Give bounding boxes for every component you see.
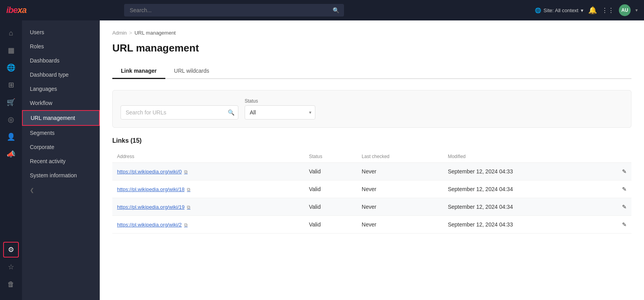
sidebar-item-segments[interactable]: Segments: [22, 126, 100, 140]
external-link-icon: ⧉: [184, 222, 188, 228]
sidebar-icon-globe[interactable]: 🌐: [3, 60, 19, 75]
edit-row-button[interactable]: ✎: [616, 216, 631, 234]
url-link[interactable]: https://pl.wikipedia.org/wiki/19 ⧉: [117, 204, 190, 210]
edit-row-button[interactable]: ✎: [616, 198, 631, 216]
sidebar-icon-settings[interactable]: ⚙: [3, 242, 19, 258]
table-row: https://pl.wikipedia.org/wiki/2 ⧉ Valid …: [112, 216, 631, 234]
sidebar-item-url-management[interactable]: URL management: [22, 110, 100, 126]
sidebar-icon-trash[interactable]: 🗑: [3, 276, 19, 292]
cell-address: https://pl.wikipedia.org/wiki/19 ⧉: [112, 198, 304, 216]
collapse-sidebar-button[interactable]: ❮: [22, 182, 100, 198]
links-table: Address Status Last checked Modified htt…: [112, 151, 631, 234]
sidebar-icon-shop[interactable]: 🛒: [3, 94, 19, 110]
topbar: ibexa 🔍 🌐 Site: All context ▾ 🔔 ⋮⋮ AU ▾: [0, 0, 644, 20]
sidebar-icon-star[interactable]: ☆: [3, 259, 19, 275]
tab-link-manager[interactable]: Link manager: [112, 64, 165, 79]
url-search-icon: 🔍: [228, 109, 234, 116]
search-input[interactable]: [124, 4, 344, 17]
page-title: URL management: [112, 42, 631, 54]
sidebar-icon-megaphone[interactable]: 📣: [3, 146, 19, 162]
sidebar-item-dashboard-type[interactable]: Dashboard type: [22, 68, 100, 82]
search-container: 🔍: [124, 4, 344, 17]
cell-modified: September 12, 2024 04:34: [443, 198, 616, 216]
breadcrumb: Admin > URL management: [112, 30, 631, 36]
cell-modified: September 12, 2024 04:34: [443, 180, 616, 198]
sidebar-icon-analytics[interactable]: ◎: [3, 112, 19, 127]
edit-row-button[interactable]: ✎: [616, 180, 631, 198]
filter-bar: 🔍 Status All Valid Invalid Pending ▾: [112, 90, 631, 128]
cell-address: https://pl.wikipedia.org/wiki/18 ⧉: [112, 180, 304, 198]
icon-sidebar: ⌂ ▦ 🌐 ⊞ 🛒 ◎ 👤 📣 ⚙ ☆ 🗑: [0, 20, 22, 300]
notification-bell-icon[interactable]: 🔔: [588, 6, 597, 15]
grid-apps-icon[interactable]: ⋮⋮: [602, 7, 614, 14]
content-area: Admin > URL management URL management Li…: [100, 20, 644, 300]
external-link-icon: ⧉: [187, 204, 190, 210]
nav-sidebar: Users Roles Dashboards Dashboard type La…: [22, 20, 100, 300]
sidebar-icon-home[interactable]: ⌂: [3, 25, 19, 41]
sidebar-item-workflow[interactable]: Workflow: [22, 96, 100, 110]
breadcrumb-admin-link[interactable]: Admin: [112, 30, 127, 36]
avatar-chevron: ▾: [635, 7, 638, 13]
cell-status: Valid: [304, 216, 357, 234]
topbar-right: 🌐 Site: All context ▾ 🔔 ⋮⋮ AU ▾: [535, 4, 638, 16]
status-filter-label: Status: [245, 98, 315, 104]
table-row: https://pl.wikipedia.org/wiki/19 ⧉ Valid…: [112, 198, 631, 216]
sidebar-icon-content[interactable]: ⊞: [3, 77, 19, 93]
sidebar-icon-users[interactable]: 👤: [3, 129, 19, 145]
tab-url-wildcards[interactable]: URL wildcards: [165, 64, 218, 79]
edit-row-button[interactable]: ✎: [616, 163, 631, 180]
sidebar-item-languages[interactable]: Languages: [22, 82, 100, 96]
cell-address: https://pl.wikipedia.org/wiki/2 ⧉: [112, 216, 304, 234]
url-link[interactable]: https://pl.wikipedia.org/wiki/18 ⧉: [117, 186, 190, 192]
url-search-input[interactable]: [121, 105, 238, 120]
status-select[interactable]: All Valid Invalid Pending: [245, 105, 315, 120]
site-context-label: Site: All context: [543, 7, 578, 13]
logo: ibexa: [6, 5, 26, 15]
search-icon: 🔍: [333, 7, 339, 13]
cell-last-checked: Never: [357, 163, 443, 180]
site-context-chevron: ▾: [581, 7, 584, 13]
sidebar-item-users[interactable]: Users: [22, 25, 100, 39]
col-header-last-checked: Last checked: [357, 151, 443, 163]
breadcrumb-separator: >: [129, 30, 132, 36]
sidebar-item-corporate[interactable]: Corporate: [22, 140, 100, 154]
external-link-icon: ⧉: [187, 187, 190, 192]
cell-status: Valid: [304, 163, 357, 180]
table-row: https://pl.wikipedia.org/wiki/18 ⧉ Valid…: [112, 180, 631, 198]
tabs: Link manager URL wildcards: [112, 64, 631, 79]
globe-small-icon: 🌐: [535, 7, 541, 13]
url-search-field: 🔍: [121, 105, 238, 120]
links-title: Links (15): [112, 137, 631, 144]
sidebar-item-dashboards[interactable]: Dashboards: [22, 53, 100, 68]
cell-last-checked: Never: [357, 216, 443, 234]
cell-address: https://pl.wikipedia.org/wiki/0 ⧉: [112, 163, 304, 180]
site-context-selector[interactable]: 🌐 Site: All context ▾: [535, 7, 584, 13]
cell-status: Valid: [304, 180, 357, 198]
status-filter-field: Status All Valid Invalid Pending ▾: [245, 98, 315, 120]
external-link-icon: ⧉: [184, 169, 188, 175]
sidebar-icon-dashboard[interactable]: ▦: [3, 42, 19, 58]
cell-last-checked: Never: [357, 198, 443, 216]
table-row: https://pl.wikipedia.org/wiki/0 ⧉ Valid …: [112, 163, 631, 180]
cell-status: Valid: [304, 198, 357, 216]
url-link[interactable]: https://pl.wikipedia.org/wiki/2 ⧉: [117, 222, 188, 228]
url-link[interactable]: https://pl.wikipedia.org/wiki/0 ⧉: [117, 169, 188, 175]
sidebar-item-system-information[interactable]: System information: [22, 168, 100, 182]
cell-modified: September 12, 2024 04:33: [443, 163, 616, 180]
sidebar-item-roles[interactable]: Roles: [22, 39, 100, 53]
breadcrumb-current: URL management: [134, 30, 176, 36]
cell-last-checked: Never: [357, 180, 443, 198]
col-header-actions: [616, 151, 631, 163]
sidebar-item-recent-activity[interactable]: Recent activity: [22, 154, 100, 168]
cell-modified: September 12, 2024 04:33: [443, 216, 616, 234]
col-header-address: Address: [112, 151, 304, 163]
main-layout: ⌂ ▦ 🌐 ⊞ 🛒 ◎ 👤 📣 ⚙ ☆ 🗑 Users Roles Dashbo…: [0, 20, 644, 300]
col-header-modified: Modified: [443, 151, 616, 163]
col-header-status: Status: [304, 151, 357, 163]
avatar[interactable]: AU: [619, 4, 631, 16]
